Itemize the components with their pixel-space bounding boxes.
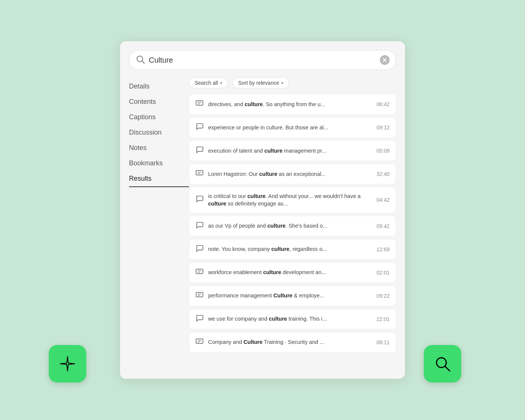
result-time: 09:42 [376,223,390,229]
result-item[interactable]: directives, and culture. So anything fro… [189,94,396,115]
clear-button[interactable] [380,55,390,65]
result-text: is crititcal to our culture. And without… [208,192,372,208]
sidebar-item-bookmarks[interactable]: Bookmarks [129,156,189,171]
sort-filter-button[interactable]: Sort by relevance ▾ [232,77,289,88]
result-text: directives, and culture. So anything fro… [208,100,372,108]
svg-rect-16 [196,339,203,343]
result-item[interactable]: execution of talent and culture manageme… [189,140,396,161]
results-area: Search all ▾ Sort by relevance ▾ [189,77,396,353]
result-item[interactable]: workforce enablement culture development… [189,262,396,283]
svg-rect-7 [196,171,203,175]
filters-row: Search all ▾ Sort by relevance ▾ [189,77,396,88]
result-text: Loren Hagstron: Our culture as an except… [208,170,372,178]
sidebar-item-notes[interactable]: Notes [129,140,189,156]
result-text: execution of talent and culture manageme… [208,147,372,154]
result-item[interactable]: as our Vp of people and culture. She's b… [189,216,396,237]
svg-rect-13 [196,292,203,297]
scope-chevron-icon: ▾ [220,81,222,86]
result-time: 02:01 [376,270,390,276]
sort-chevron-icon: ▾ [281,81,284,86]
caption-icon [195,291,204,301]
result-text: Company and Culture Training · Security … [208,338,372,346]
result-item[interactable]: note. You know, company culture, regardl… [189,239,396,260]
sidebar: Details Contents Captions Discussion Not… [129,77,189,353]
caption-icon [195,99,204,109]
caption-icon [195,169,204,179]
svg-line-20 [445,366,450,371]
scope-filter-button[interactable]: Search all ▾ [189,77,228,88]
search-icon [135,54,145,66]
sidebar-item-discussion[interactable]: Discussion [129,125,189,140]
result-text: experience or people in culture. But tho… [208,124,372,131]
speech-icon [195,314,204,324]
result-time: 32:40 [376,171,390,177]
result-time: 22:01 [376,316,390,322]
result-time: 09:22 [376,293,390,299]
result-item[interactable]: experience or people in culture. But tho… [189,117,396,138]
result-item[interactable]: Loren Hagstron: Our culture as an except… [189,164,396,184]
speech-icon [195,146,204,156]
body-layout: Details Contents Captions Discussion Not… [129,77,396,353]
result-time: 04:42 [376,197,390,203]
result-text: note. You know, company culture, regardl… [208,245,372,253]
result-text: we use for company and culture training.… [208,315,372,322]
sparkle-fab[interactable] [49,345,86,382]
result-item[interactable]: performance management Culture & employe… [189,285,396,306]
result-text: performance management Culture & employe… [208,292,372,299]
result-time: 08:11 [376,339,390,345]
result-text: workforce enablement culture development… [208,268,372,276]
main-panel: Details Contents Captions Discussion Not… [120,41,405,379]
speech-icon [195,244,204,254]
result-item[interactable]: we use for company and culture training.… [189,309,396,330]
result-list: directives, and culture. So anything fro… [189,94,396,353]
scope-filter-label: Search all [195,80,218,86]
sidebar-item-captions[interactable]: Captions [129,110,189,125]
speech-icon [195,221,204,231]
search-bar [129,50,396,70]
sidebar-item-results[interactable]: Results [129,171,189,187]
caption-icon [195,338,204,347]
result-time: 06:42 [376,101,390,107]
result-time: 12:69 [376,246,390,252]
svg-line-1 [142,61,144,63]
svg-rect-4 [196,101,203,105]
result-time: 05:09 [376,148,390,154]
search-fab[interactable] [424,345,461,382]
search-input[interactable] [149,56,380,64]
result-time: 09:12 [376,124,390,130]
caption-icon [195,268,204,278]
speech-icon [195,123,204,132]
speech-icon [195,195,204,205]
sidebar-item-contents[interactable]: Contents [129,94,189,110]
sort-filter-label: Sort by relevance [238,80,279,86]
result-text: as our Vp of people and culture. She's b… [208,222,372,230]
sidebar-item-details[interactable]: Details [129,79,189,94]
result-item[interactable]: is crititcal to our culture. And without… [189,187,396,213]
result-item[interactable]: Company and Culture Training · Security … [189,332,396,353]
svg-rect-10 [196,269,203,273]
